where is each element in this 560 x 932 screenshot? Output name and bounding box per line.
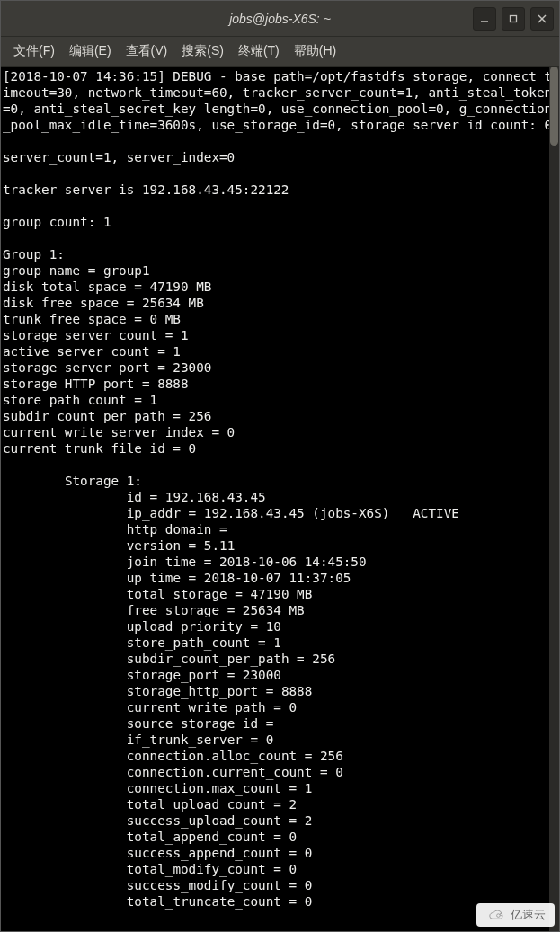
svg-point-4 <box>497 914 501 918</box>
menu-help[interactable]: 帮助(H) <box>287 40 343 63</box>
terminal-window: jobs@jobs-X6S: ~ 文件(F) 编辑(E) 查看(V) 搜索(S)… <box>0 0 560 932</box>
watermark: 亿速云 <box>476 903 555 927</box>
terminal-output: [2018-10-07 14:36:15] DEBUG - base_path=… <box>1 67 559 911</box>
terminal-area[interactable]: [2018-10-07 14:36:15] DEBUG - base_path=… <box>1 67 559 931</box>
window-title: jobs@jobs-X6S: ~ <box>229 12 331 26</box>
menubar: 文件(F) 编辑(E) 查看(V) 搜索(S) 终端(T) 帮助(H) <box>1 37 559 67</box>
scroll-thumb[interactable] <box>550 67 558 146</box>
menu-edit[interactable]: 编辑(E) <box>62 40 119 63</box>
menu-file[interactable]: 文件(F) <box>6 40 62 63</box>
menu-view[interactable]: 查看(V) <box>119 40 175 63</box>
titlebar[interactable]: jobs@jobs-X6S: ~ <box>1 1 559 37</box>
maximize-button[interactable] <box>502 7 525 31</box>
window-controls <box>473 7 554 31</box>
minimize-button[interactable] <box>473 7 496 31</box>
close-button[interactable] <box>530 7 554 31</box>
watermark-text: 亿速云 <box>511 907 546 923</box>
svg-rect-1 <box>511 15 517 22</box>
cloud-icon <box>485 908 507 922</box>
menu-terminal[interactable]: 终端(T) <box>231 40 287 63</box>
scrollbar[interactable] <box>549 67 559 931</box>
menu-search[interactable]: 搜索(S) <box>174 40 231 63</box>
